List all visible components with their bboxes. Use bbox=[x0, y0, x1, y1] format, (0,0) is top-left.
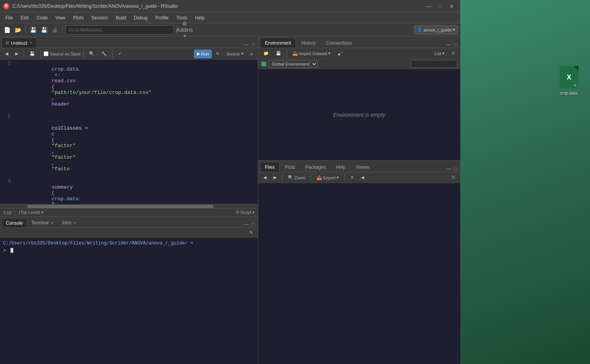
tab-packages[interactable]: Packages bbox=[300, 162, 331, 172]
zoom-btn[interactable]: 🔍 Zoom bbox=[285, 173, 308, 182]
line-num-2: 2 bbox=[0, 113, 14, 119]
env-refresh-btn[interactable]: ↻ bbox=[449, 49, 458, 58]
goto-input[interactable] bbox=[65, 25, 174, 35]
code-check-btn[interactable]: ✓ bbox=[115, 50, 124, 58]
menu-help[interactable]: Help bbox=[191, 14, 209, 22]
files-nav-btn[interactable]: ◀ bbox=[358, 173, 367, 182]
tab-console[interactable]: Console bbox=[2, 218, 27, 227]
code-editor[interactable]: 1 crop.data <- read.csv ( "path/to/your/… bbox=[0, 60, 258, 204]
console-prompt: > bbox=[3, 248, 6, 253]
re-run-btn[interactable]: ↻ bbox=[213, 50, 222, 58]
tools-editor-btn[interactable]: 🔧 bbox=[99, 50, 110, 58]
save-editor-btn[interactable]: 💾 bbox=[27, 50, 38, 58]
minimize-button[interactable]: — bbox=[423, 2, 434, 10]
files-minimize-btn[interactable]: — bbox=[446, 166, 452, 172]
script-type: R Script ▾ bbox=[236, 210, 255, 215]
run-btn[interactable]: ▶ Run bbox=[194, 50, 212, 58]
tab-plots[interactable]: Plots bbox=[280, 162, 300, 172]
env-search-input[interactable] bbox=[411, 60, 457, 68]
print-btn[interactable]: 🖨 bbox=[50, 25, 59, 35]
global-env-bar: Global Environment bbox=[258, 59, 460, 69]
env-broom-btn[interactable]: 🧹 bbox=[335, 49, 346, 58]
files-content bbox=[258, 183, 460, 364]
editor-scrollbar-thumb[interactable] bbox=[27, 205, 214, 208]
global-env-select[interactable]: Global Environment bbox=[268, 60, 318, 68]
files-back-btn[interactable]: ◀ bbox=[261, 173, 269, 182]
editor-minimize-btn[interactable]: — bbox=[243, 42, 249, 48]
files-tabs: Files Plots Packages Help Viewer bbox=[258, 161, 460, 172]
files-delete-btn[interactable]: ✕ bbox=[348, 173, 357, 182]
nav-back-btn[interactable]: ◀ bbox=[2, 50, 11, 58]
files-maximize-btn[interactable]: □ bbox=[453, 166, 459, 172]
jobs-tab-close[interactable]: ✕ bbox=[73, 221, 77, 225]
menu-code[interactable]: Code bbox=[33, 14, 52, 22]
env-maximize-btn[interactable]: □ bbox=[453, 42, 459, 48]
source-on-save-checkbox[interactable] bbox=[44, 51, 49, 56]
right-panel: Environment History Connections — □ 📁 bbox=[258, 36, 460, 364]
editor-toolbar: ◀ ▶ 💾 Source on Save 🔍 🔧 ✓ ▶ Run bbox=[0, 48, 258, 60]
menu-plots[interactable]: Plots bbox=[70, 14, 88, 22]
menu-session[interactable]: Session bbox=[87, 14, 112, 22]
profile-btn[interactable]: 👤 anova_r_guide ▾ bbox=[414, 25, 458, 35]
editor-tab-close[interactable]: ✕ bbox=[30, 41, 33, 45]
env-load-btn[interactable]: 📁 bbox=[261, 49, 272, 58]
maximize-button[interactable]: □ bbox=[435, 2, 446, 10]
open-file-btn[interactable]: 📂 bbox=[13, 25, 23, 35]
more-btn[interactable]: ≡ bbox=[248, 50, 256, 58]
tab-terminal[interactable]: Terminal ✕ bbox=[27, 218, 57, 227]
source-on-save-text: Source on Save bbox=[50, 52, 80, 56]
tab-connections[interactable]: Connections bbox=[321, 38, 357, 48]
terminal-tab-close[interactable]: ✕ bbox=[50, 221, 54, 225]
menu-bar: File Edit Code View Plots Session Build … bbox=[0, 12, 460, 23]
env-minimize-btn[interactable]: — bbox=[446, 42, 452, 48]
env-import-dropdown: ▾ bbox=[328, 51, 331, 56]
save-all-btn[interactable]: 💾 bbox=[39, 25, 49, 35]
menu-file[interactable]: File bbox=[2, 14, 17, 22]
menu-build[interactable]: Build bbox=[112, 14, 130, 22]
desktop-icon-label: crop.data bbox=[560, 91, 578, 95]
env-import-btn[interactable]: 📥 Import Dataset ▾ bbox=[290, 49, 333, 58]
env-save-btn[interactable]: 💾 bbox=[273, 49, 284, 58]
close-button[interactable]: ✕ bbox=[446, 2, 457, 10]
files-forward-btn[interactable]: ▶ bbox=[271, 173, 279, 182]
files-refresh-btn[interactable]: ↻ bbox=[449, 173, 458, 182]
editor-tab-untitled1[interactable]: R Untitled1 ✕ bbox=[2, 38, 37, 48]
editor-maximize-btn[interactable]: □ bbox=[250, 42, 256, 48]
save-btn[interactable]: 💾 bbox=[28, 25, 38, 35]
find-btn[interactable]: 🔍 bbox=[86, 50, 97, 58]
export-btn[interactable]: 📤 Export ▾ bbox=[314, 173, 342, 182]
desktop-icon-cropdata[interactable]: X a. crop.data bbox=[560, 66, 578, 95]
files-toolbar-sep-3 bbox=[345, 174, 345, 182]
console-maximize-btn[interactable]: □ bbox=[250, 221, 256, 227]
menu-debug[interactable]: Debug bbox=[130, 14, 151, 22]
source-on-save-label: Source on Save bbox=[44, 51, 80, 56]
right-top-panel: Environment History Connections — □ 📁 bbox=[258, 36, 460, 161]
cursor-position: 3:19 bbox=[3, 210, 11, 215]
console-area[interactable]: C:/Users/rbs335/Desktop/Files/Writing/Sc… bbox=[0, 238, 258, 364]
main-content: R Untitled1 ✕ — □ ◀ ▶ 💾 Source on Save bbox=[0, 36, 460, 364]
new-file-btn[interactable]: 📄 bbox=[2, 25, 12, 35]
nav-forward-btn[interactable]: ▶ bbox=[12, 50, 21, 58]
tab-viewer[interactable]: Viewer bbox=[350, 162, 374, 172]
editor-scrollbar[interactable] bbox=[0, 204, 258, 208]
addins-btn[interactable]: ⚙ Addins ▾ bbox=[180, 25, 189, 35]
env-list-btn[interactable]: List ▾ bbox=[432, 49, 447, 58]
env-panel-controls: — □ bbox=[446, 42, 459, 48]
files-toolbar-sep-2 bbox=[311, 174, 311, 182]
menu-edit[interactable]: Edit bbox=[17, 14, 33, 22]
tab-history[interactable]: History bbox=[296, 38, 320, 48]
console-minimize-btn[interactable]: — bbox=[243, 221, 249, 227]
console-panel-controls: — □ bbox=[243, 221, 256, 227]
tab-jobs[interactable]: Jobs ✕ bbox=[57, 218, 80, 227]
profile-icon: 👤 bbox=[417, 27, 422, 32]
console-clear-btn[interactable]: ✎ bbox=[247, 229, 256, 237]
editor-scope[interactable]: (Top Level) ▾ bbox=[19, 210, 44, 215]
left-panel: R Untitled1 ✕ — □ ◀ ▶ 💾 Source on Save bbox=[0, 36, 258, 364]
source-dropdown-btn[interactable]: Source ▾ bbox=[224, 50, 246, 58]
tab-help[interactable]: Help bbox=[331, 162, 351, 172]
menu-profile[interactable]: Profile bbox=[151, 14, 172, 22]
tab-files[interactable]: Files bbox=[260, 162, 280, 172]
type-dropdown-icon: ▾ bbox=[252, 210, 255, 215]
menu-view[interactable]: View bbox=[52, 14, 70, 22]
tab-environment[interactable]: Environment bbox=[260, 38, 296, 48]
